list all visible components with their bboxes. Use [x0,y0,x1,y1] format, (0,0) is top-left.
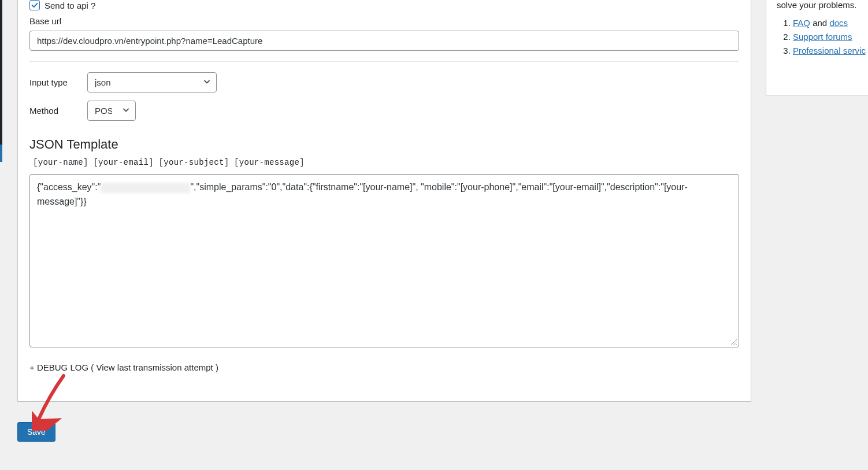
admin-sidebar-sliver [0,0,2,162]
list-item: Support forums [793,32,859,42]
resize-handle-icon[interactable] [730,339,737,346]
help-sidebar: solve your problems. FAQ and docs Suppor… [766,0,868,95]
pro-services-link[interactable]: Professional servic [793,46,866,55]
section-divider [29,61,739,62]
method-label: Method [29,106,87,116]
input-type-select[interactable]: json [87,72,217,92]
list-item: Professional servic [793,46,859,55]
checkmark-icon [31,1,39,9]
redacted-access-key [101,183,190,193]
base-url-input[interactable] [29,31,739,51]
debug-log-toggle[interactable]: + DEBUG LOG ( View last transmission att… [18,359,751,387]
help-intro: solve your problems. [777,0,859,10]
save-button[interactable]: Save [17,422,55,442]
json-template-textarea[interactable]: {"access_key":"","simple_params":"0","da… [29,174,739,347]
template-placeholders: [your-name] [your-email] [your-subject] … [18,158,751,174]
admin-sidebar-accent [0,145,2,162]
json-template-heading: JSON Template [18,129,751,158]
help-list: FAQ and docs Support forums Professional… [777,18,859,55]
input-type-label: Input type [29,77,87,87]
support-forums-link[interactable]: Support forums [793,32,852,42]
method-row: Method POST [18,101,751,121]
and-text: and [810,18,829,28]
json-template-text-pre: {"access_key":" [37,182,101,192]
input-type-row: Input type json [18,72,751,92]
api-settings-panel: Send to api ? Base url Input type json M… [17,0,751,402]
send-to-api-row: Send to api ? [18,0,751,16]
docs-link[interactable]: docs [829,18,848,28]
list-item: FAQ and docs [793,18,859,28]
send-to-api-label: Send to api ? [44,1,95,10]
faq-link[interactable]: FAQ [793,18,810,28]
base-url-label: Base url [18,16,751,31]
send-to-api-checkbox[interactable] [29,0,40,10]
method-select[interactable]: POST [87,101,136,121]
